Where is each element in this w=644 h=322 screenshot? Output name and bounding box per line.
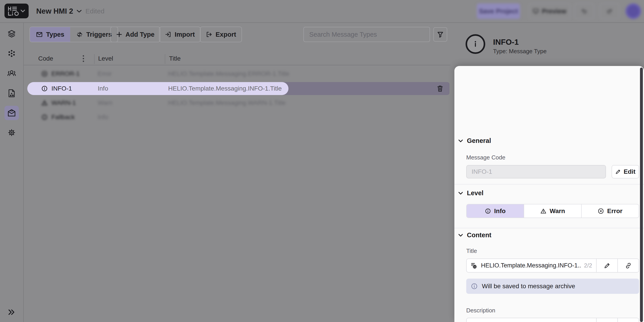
- filter-button[interactable]: [433, 27, 447, 42]
- title-value-text: HELIO.Template.Messaging.INFO-1...: [481, 262, 580, 269]
- user-avatar[interactable]: [626, 3, 641, 19]
- delete-trash-icon[interactable]: [436, 85, 444, 92]
- title-field-group: HELIO.Template.Messaging.INFO-1... 2/2: [466, 258, 639, 272]
- section-divider: [454, 228, 644, 228]
- table-row-warn-1[interactable]: WARN-1 Warn HELIO.Template.Messaging.WAR…: [0, 96, 450, 109]
- message-code-label: Message Code: [466, 154, 505, 161]
- info-circle-icon: [41, 82, 48, 95]
- sidebar-item-layers[interactable]: [4, 26, 19, 41]
- top-bar: New HMI 2 Edited Save Project Preview: [0, 0, 644, 23]
- section-general-heading: General: [467, 137, 491, 144]
- plus-icon: [116, 31, 122, 38]
- undo-button[interactable]: [574, 3, 594, 19]
- title-link-button[interactable]: [618, 259, 639, 272]
- assets-file-icon: [8, 89, 16, 98]
- row-level: Info: [98, 82, 108, 95]
- logo-chevron-down-icon: [20, 9, 26, 13]
- row-level: Error: [98, 67, 112, 80]
- section-content-heading: Content: [467, 232, 492, 239]
- panel-scrollbar[interactable]: [640, 68, 643, 322]
- view-switcher: Types Triggers: [30, 26, 118, 42]
- error-octagon-icon: [598, 208, 604, 214]
- column-header-code: Code: [38, 55, 53, 62]
- title-localized-value[interactable]: HELIO.Template.Messaging.INFO-1... 2/2: [467, 259, 596, 272]
- row-level: Warn: [98, 96, 112, 109]
- tab-types[interactable]: Types: [30, 27, 70, 42]
- description-link-button[interactable]: [618, 318, 639, 322]
- column-divider[interactable]: [165, 54, 165, 64]
- sidebar-item-messaging[interactable]: [4, 106, 19, 120]
- level-warn-label: Warn: [550, 208, 565, 215]
- level-option-warn[interactable]: Warn: [524, 204, 581, 218]
- sidebar-expand-button[interactable]: [4, 305, 19, 319]
- section-divider: [454, 184, 644, 184]
- preview-button[interactable]: Preview: [528, 3, 570, 19]
- sidebar-item-settings[interactable]: [4, 126, 19, 140]
- double-chevron-right-icon: [8, 309, 16, 315]
- chevron-down-icon: [458, 139, 463, 143]
- cycle-icon: [76, 31, 83, 38]
- tab-types-label: Types: [46, 31, 64, 38]
- panel-title: INFO-1: [493, 38, 519, 46]
- edit-message-code-button[interactable]: Edit: [612, 165, 639, 178]
- column-header-level: Level: [98, 55, 113, 62]
- project-chevron-down-icon: [76, 9, 82, 13]
- search-input[interactable]: [304, 31, 430, 38]
- info-circle-icon: [41, 111, 48, 124]
- mail-icon: [36, 31, 43, 38]
- description-field-group: HELIO.Template.Messaging.INFO-1... 2/2: [466, 318, 639, 322]
- chevron-down-icon: [458, 192, 463, 195]
- save-project-button[interactable]: Save Project: [477, 3, 520, 19]
- table-header: Code Level Title: [23, 54, 450, 65]
- info-circle-icon: [471, 283, 478, 290]
- row-level: Info: [98, 111, 108, 124]
- add-type-label: Add Type: [126, 31, 154, 38]
- table-row-info-1-selected[interactable]: INFO-1 Info HELIO.Template.Messaging.INF…: [0, 82, 450, 95]
- description-edit-button[interactable]: [596, 318, 618, 322]
- level-error-label: Error: [607, 208, 622, 215]
- level-option-info[interactable]: Info: [467, 204, 524, 218]
- table-row-error-1[interactable]: ERROR-1 Error HELIO.Template.Messaging.E…: [0, 67, 450, 80]
- section-general-toggle[interactable]: General: [458, 137, 491, 144]
- import-icon: [165, 31, 172, 38]
- row-code: ERROR-1: [52, 67, 80, 80]
- section-level-toggle[interactable]: Level: [458, 190, 484, 197]
- redo-button[interactable]: [600, 3, 620, 19]
- description-localized-value[interactable]: HELIO.Template.Messaging.INFO-1... 2/2: [467, 318, 596, 322]
- components-grid-icon: [8, 50, 16, 58]
- message-code-input-disabled: INFO-1: [466, 165, 606, 178]
- title-translation-counter: 2/2: [584, 262, 592, 269]
- section-level-heading: Level: [467, 190, 484, 197]
- sidebar-item-components[interactable]: [4, 46, 19, 60]
- edited-status: Edited: [86, 0, 104, 22]
- messaging-envelope-icon: [7, 109, 16, 117]
- section-content-toggle[interactable]: Content: [458, 232, 492, 239]
- add-type-button[interactable]: Add Type: [110, 26, 160, 42]
- topbar-actions-blurred: Save Project Preview: [470, 0, 644, 22]
- import-button[interactable]: Import: [159, 26, 200, 42]
- level-option-error[interactable]: Error: [581, 204, 639, 218]
- column-menu-dots-icon[interactable]: [82, 54, 84, 63]
- table-row-fallback[interactable]: Fallback Info: [0, 111, 450, 124]
- project-title-dropdown[interactable]: New HMI 2: [36, 0, 82, 22]
- left-sidebar: [0, 23, 24, 322]
- level-info-label: Info: [494, 208, 506, 215]
- column-header-title: Title: [169, 55, 181, 62]
- column-divider[interactable]: [94, 54, 94, 64]
- app-logo-menu[interactable]: [4, 4, 28, 18]
- selected-row-extension: [282, 82, 450, 95]
- level-segmented-control: Info Warn Error: [466, 204, 639, 218]
- edit-label: Edit: [624, 168, 636, 175]
- sidebar-item-assets[interactable]: [4, 86, 19, 100]
- warning-triangle-icon: [41, 96, 48, 109]
- detail-panel-card: General Message Code INFO-1 Edit Level I…: [454, 66, 644, 322]
- export-button[interactable]: Export: [200, 26, 242, 42]
- title-archive-banner: Will be saved to message archive: [466, 278, 639, 294]
- export-icon: [206, 31, 212, 38]
- row-title: HELIO.Template.Messaging.WARN-1.Title: [168, 96, 286, 109]
- sidebar-item-users[interactable]: [4, 66, 19, 81]
- pencil-icon: [615, 169, 621, 175]
- title-edit-button[interactable]: [596, 259, 618, 272]
- row-title: HELIO.Template.Messaging.INFO-1.Title: [168, 82, 282, 95]
- users-icon: [7, 69, 16, 78]
